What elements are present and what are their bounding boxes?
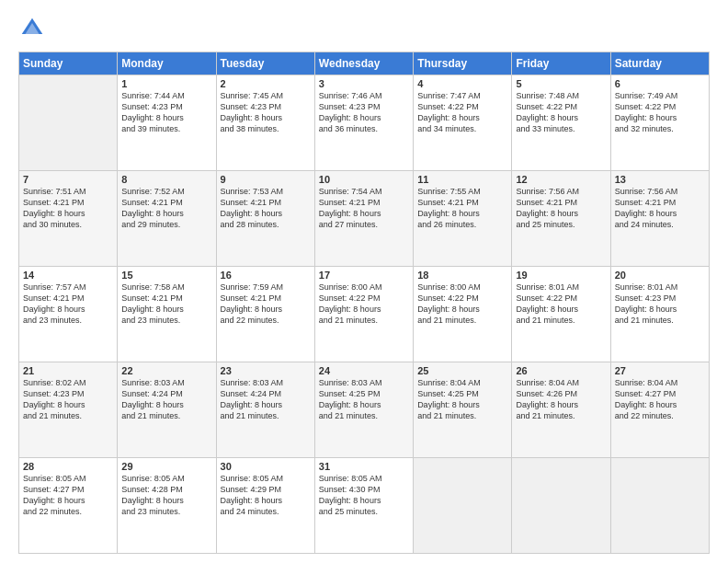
calendar-cell: 19Sunrise: 8:01 AM Sunset: 4:22 PM Dayli… — [512, 267, 610, 362]
day-info: Sunrise: 7:57 AM Sunset: 4:21 PM Dayligh… — [23, 282, 113, 327]
day-number: 15 — [121, 270, 211, 281]
calendar-row-4: 28Sunrise: 8:05 AM Sunset: 4:27 PM Dayli… — [19, 458, 710, 554]
calendar-cell: 8Sunrise: 7:52 AM Sunset: 4:21 PM Daylig… — [118, 171, 216, 267]
day-info: Sunrise: 7:58 AM Sunset: 4:21 PM Dayligh… — [121, 282, 211, 327]
calendar-cell: 18Sunrise: 8:00 AM Sunset: 4:22 PM Dayli… — [414, 267, 512, 362]
calendar-cell: 23Sunrise: 8:03 AM Sunset: 4:24 PM Dayli… — [216, 362, 314, 458]
day-number: 3 — [319, 78, 409, 89]
calendar-cell: 21Sunrise: 8:02 AM Sunset: 4:23 PM Dayli… — [19, 362, 118, 458]
day-number: 14 — [23, 270, 113, 281]
calendar-cell: 15Sunrise: 7:58 AM Sunset: 4:21 PM Dayli… — [118, 267, 216, 362]
day-info: Sunrise: 8:03 AM Sunset: 4:24 PM Dayligh… — [121, 377, 211, 422]
calendar-cell: 14Sunrise: 7:57 AM Sunset: 4:21 PM Dayli… — [19, 267, 118, 362]
header — [18, 15, 710, 42]
calendar-cell: 24Sunrise: 8:03 AM Sunset: 4:25 PM Dayli… — [314, 362, 413, 458]
calendar-row-2: 14Sunrise: 7:57 AM Sunset: 4:21 PM Dayli… — [19, 267, 710, 362]
day-number: 22 — [121, 365, 211, 376]
day-info: Sunrise: 8:04 AM Sunset: 4:26 PM Dayligh… — [516, 377, 606, 422]
day-number: 13 — [615, 174, 705, 185]
day-info: Sunrise: 8:00 AM Sunset: 4:22 PM Dayligh… — [417, 282, 507, 327]
calendar-cell: 9Sunrise: 7:53 AM Sunset: 4:21 PM Daylig… — [216, 171, 314, 267]
calendar-table: SundayMondayTuesdayWednesdayThursdayFrid… — [18, 52, 710, 554]
page: SundayMondayTuesdayWednesdayThursdayFrid… — [0, 0, 728, 563]
weekday-header-friday: Friday — [512, 52, 610, 75]
calendar-cell — [19, 75, 118, 171]
calendar-cell — [610, 458, 709, 554]
weekday-header-saturday: Saturday — [610, 52, 709, 75]
calendar-cell: 29Sunrise: 8:05 AM Sunset: 4:28 PM Dayli… — [118, 458, 216, 554]
calendar-cell: 11Sunrise: 7:55 AM Sunset: 4:21 PM Dayli… — [414, 171, 512, 267]
day-number: 16 — [221, 270, 311, 281]
weekday-header-sunday: Sunday — [19, 52, 118, 75]
day-info: Sunrise: 7:55 AM Sunset: 4:21 PM Dayligh… — [417, 186, 507, 231]
day-number: 5 — [516, 78, 606, 89]
calendar-cell: 4Sunrise: 7:47 AM Sunset: 4:22 PM Daylig… — [414, 75, 512, 171]
calendar-cell: 6Sunrise: 7:49 AM Sunset: 4:22 PM Daylig… — [610, 75, 709, 171]
day-number: 28 — [23, 461, 113, 472]
day-info: Sunrise: 8:03 AM Sunset: 4:24 PM Dayligh… — [221, 377, 311, 422]
calendar-cell: 16Sunrise: 7:59 AM Sunset: 4:21 PM Dayli… — [216, 267, 314, 362]
day-number: 11 — [417, 174, 507, 185]
day-info: Sunrise: 7:52 AM Sunset: 4:21 PM Dayligh… — [121, 186, 211, 231]
day-info: Sunrise: 7:56 AM Sunset: 4:21 PM Dayligh… — [615, 186, 705, 231]
calendar-cell: 5Sunrise: 7:48 AM Sunset: 4:22 PM Daylig… — [512, 75, 610, 171]
day-info: Sunrise: 8:00 AM Sunset: 4:22 PM Dayligh… — [319, 282, 409, 327]
day-info: Sunrise: 8:05 AM Sunset: 4:28 PM Dayligh… — [121, 473, 211, 518]
calendar-cell: 26Sunrise: 8:04 AM Sunset: 4:26 PM Dayli… — [512, 362, 610, 458]
calendar-row-0: 1Sunrise: 7:44 AM Sunset: 4:23 PM Daylig… — [19, 75, 710, 171]
day-info: Sunrise: 8:03 AM Sunset: 4:25 PM Dayligh… — [319, 377, 409, 422]
day-number: 23 — [221, 365, 311, 376]
day-info: Sunrise: 7:48 AM Sunset: 4:22 PM Dayligh… — [516, 90, 606, 135]
day-info: Sunrise: 7:45 AM Sunset: 4:23 PM Dayligh… — [221, 90, 311, 135]
calendar-cell: 10Sunrise: 7:54 AM Sunset: 4:21 PM Dayli… — [314, 171, 413, 267]
day-number: 26 — [516, 365, 606, 376]
calendar-cell: 17Sunrise: 8:00 AM Sunset: 4:22 PM Dayli… — [314, 267, 413, 362]
day-number: 27 — [615, 365, 705, 376]
day-number: 19 — [516, 270, 606, 281]
calendar-cell: 27Sunrise: 8:04 AM Sunset: 4:27 PM Dayli… — [610, 362, 709, 458]
day-number: 4 — [417, 78, 507, 89]
calendar-cell: 20Sunrise: 8:01 AM Sunset: 4:23 PM Dayli… — [610, 267, 709, 362]
day-number: 31 — [319, 461, 409, 472]
day-number: 10 — [319, 174, 409, 185]
day-info: Sunrise: 7:54 AM Sunset: 4:21 PM Dayligh… — [319, 186, 409, 231]
day-number: 6 — [615, 78, 705, 89]
calendar-cell: 1Sunrise: 7:44 AM Sunset: 4:23 PM Daylig… — [118, 75, 216, 171]
calendar-cell: 31Sunrise: 8:05 AM Sunset: 4:30 PM Dayli… — [314, 458, 413, 554]
weekday-header-wednesday: Wednesday — [314, 52, 413, 75]
day-number: 12 — [516, 174, 606, 185]
day-info: Sunrise: 8:01 AM Sunset: 4:23 PM Dayligh… — [615, 282, 705, 327]
day-number: 8 — [121, 174, 211, 185]
weekday-header-monday: Monday — [118, 52, 216, 75]
day-info: Sunrise: 8:02 AM Sunset: 4:23 PM Dayligh… — [23, 377, 113, 422]
calendar-cell: 2Sunrise: 7:45 AM Sunset: 4:23 PM Daylig… — [216, 75, 314, 171]
calendar-cell: 25Sunrise: 8:04 AM Sunset: 4:25 PM Dayli… — [414, 362, 512, 458]
weekday-header-row: SundayMondayTuesdayWednesdayThursdayFrid… — [19, 52, 710, 75]
day-info: Sunrise: 8:04 AM Sunset: 4:25 PM Dayligh… — [417, 377, 507, 422]
calendar-cell: 30Sunrise: 8:05 AM Sunset: 4:29 PM Dayli… — [216, 458, 314, 554]
calendar-cell: 3Sunrise: 7:46 AM Sunset: 4:23 PM Daylig… — [314, 75, 413, 171]
calendar-cell — [512, 458, 610, 554]
day-number: 29 — [121, 461, 211, 472]
calendar-cell: 7Sunrise: 7:51 AM Sunset: 4:21 PM Daylig… — [19, 171, 118, 267]
day-info: Sunrise: 7:47 AM Sunset: 4:22 PM Dayligh… — [417, 90, 507, 135]
day-info: Sunrise: 7:53 AM Sunset: 4:21 PM Dayligh… — [221, 186, 311, 231]
day-number: 30 — [221, 461, 311, 472]
logo — [18, 15, 50, 42]
calendar-row-1: 7Sunrise: 7:51 AM Sunset: 4:21 PM Daylig… — [19, 171, 710, 267]
day-info: Sunrise: 7:59 AM Sunset: 4:21 PM Dayligh… — [221, 282, 311, 327]
day-info: Sunrise: 7:51 AM Sunset: 4:21 PM Dayligh… — [23, 186, 113, 231]
calendar-cell: 12Sunrise: 7:56 AM Sunset: 4:21 PM Dayli… — [512, 171, 610, 267]
day-number: 17 — [319, 270, 409, 281]
day-info: Sunrise: 8:01 AM Sunset: 4:22 PM Dayligh… — [516, 282, 606, 327]
weekday-header-tuesday: Tuesday — [216, 52, 314, 75]
day-number: 18 — [417, 270, 507, 281]
day-info: Sunrise: 8:04 AM Sunset: 4:27 PM Dayligh… — [615, 377, 705, 422]
day-info: Sunrise: 8:05 AM Sunset: 4:29 PM Dayligh… — [221, 473, 311, 518]
day-number: 21 — [23, 365, 113, 376]
day-number: 2 — [221, 78, 311, 89]
calendar-cell: 22Sunrise: 8:03 AM Sunset: 4:24 PM Dayli… — [118, 362, 216, 458]
calendar-cell: 28Sunrise: 8:05 AM Sunset: 4:27 PM Dayli… — [19, 458, 118, 554]
day-number: 20 — [615, 270, 705, 281]
day-info: Sunrise: 7:44 AM Sunset: 4:23 PM Dayligh… — [121, 90, 211, 135]
